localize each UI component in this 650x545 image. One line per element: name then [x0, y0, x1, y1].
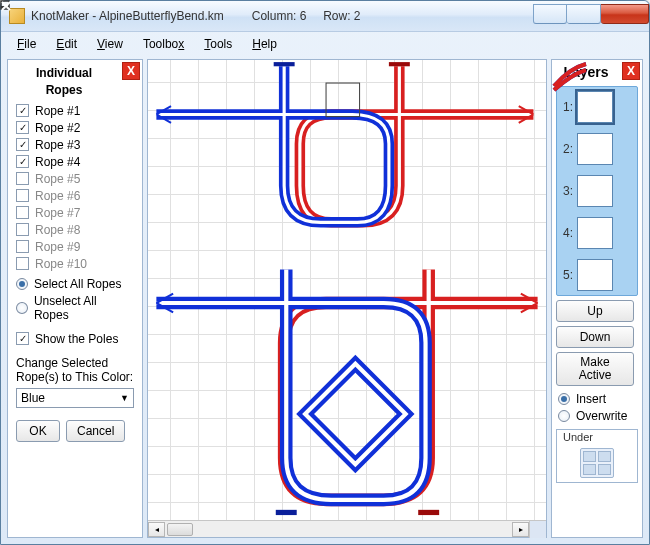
rope-color-value: Blue: [21, 391, 45, 405]
rope-label: Rope #8: [35, 223, 80, 237]
ropes-panel-title: IndividualRopes: [8, 60, 120, 100]
client-area: IndividualRopes X Rope #1Rope #2Rope #3R…: [1, 55, 649, 544]
checkbox-icon: [16, 172, 29, 185]
layers-panel-close-button[interactable]: X: [622, 62, 640, 80]
menu-help-label: elp: [261, 37, 277, 51]
checkbox-icon: [16, 121, 29, 134]
checkbox-icon: [16, 189, 29, 202]
individual-ropes-panel: IndividualRopes X Rope #1Rope #2Rope #3R…: [7, 59, 143, 538]
rope-label: Rope #7: [35, 206, 80, 220]
under-quad-selector[interactable]: [580, 448, 614, 478]
menu-edit[interactable]: Edit: [48, 35, 85, 53]
change-color-label: Change SelectedRope(s) to This Color:: [16, 356, 134, 385]
layers-panel: Layers X 1:2:3:4:5: Up Down MakeActive I…: [551, 59, 643, 538]
layer-thumbnail[interactable]: [577, 217, 613, 249]
menu-view[interactable]: View: [89, 35, 131, 53]
drawing-canvas-panel: ◂ ▸: [147, 59, 547, 538]
layer-index-label: 4:: [561, 226, 573, 240]
checkbox-icon: [16, 155, 29, 168]
rope-checkbox[interactable]: Rope #2: [16, 121, 134, 135]
under-quad-br[interactable]: [598, 464, 611, 475]
minimize-button[interactable]: [533, 4, 567, 24]
rope-label: Rope #5: [35, 172, 80, 186]
rope-checkbox[interactable]: Rope #7: [16, 206, 134, 220]
insert-mode-radio-group: Insert Overwrite: [552, 386, 642, 423]
under-quad-tr[interactable]: [598, 451, 611, 462]
radio-dot-icon: [16, 278, 28, 290]
checkbox-icon: [16, 240, 29, 253]
unselect-all-label: Unselect All Ropes: [34, 294, 134, 322]
scroll-corner: [529, 521, 546, 538]
scroll-left-button[interactable]: ◂: [148, 522, 165, 537]
menu-tools-label: ools: [210, 37, 232, 51]
radio-dot-icon: [16, 302, 28, 314]
radio-dot-icon: [558, 393, 570, 405]
overwrite-radio[interactable]: Overwrite: [558, 409, 636, 423]
ropes-panel-close-button[interactable]: X: [122, 62, 140, 80]
checkbox-icon: [16, 138, 29, 151]
insert-radio[interactable]: Insert: [558, 392, 636, 406]
rope-label: Rope #10: [35, 257, 87, 271]
layer-thumbnail-list: 1:2:3:4:5:: [556, 86, 638, 296]
under-quad-tl[interactable]: [583, 451, 596, 462]
checkbox-icon: [16, 104, 29, 117]
knot-drawing: [148, 60, 546, 520]
menubar: File Edit View Toolbox Tools Help: [1, 31, 649, 55]
layer-row[interactable]: 2:: [561, 133, 633, 165]
layer-thumbnail[interactable]: [577, 133, 613, 165]
layer-thumbnail[interactable]: [577, 91, 613, 123]
scroll-right-button[interactable]: ▸: [512, 522, 529, 537]
rope-label: Rope #2: [35, 121, 80, 135]
rope-checkbox[interactable]: Rope #5: [16, 172, 134, 186]
drawing-canvas[interactable]: [148, 60, 546, 520]
layer-move-up-button[interactable]: Up: [556, 300, 634, 322]
overwrite-label: Overwrite: [576, 409, 627, 423]
menu-file[interactable]: File: [9, 35, 44, 53]
rope-color-dropdown[interactable]: Blue ▼: [16, 388, 134, 408]
layer-index-label: 2:: [561, 142, 573, 156]
layer-make-active-button[interactable]: MakeActive: [556, 352, 634, 386]
rope-checkbox[interactable]: Rope #6: [16, 189, 134, 203]
rope-checkbox[interactable]: Rope #10: [16, 257, 134, 271]
rope-checkbox[interactable]: Rope #3: [16, 138, 134, 152]
layer-index-label: 1:: [561, 100, 573, 114]
scroll-thumb[interactable]: [167, 523, 193, 536]
layer-row[interactable]: 1:: [561, 91, 633, 123]
unselect-all-ropes-radio[interactable]: Unselect All Ropes: [16, 294, 134, 322]
layer-row[interactable]: 5:: [561, 259, 633, 291]
window-close-button[interactable]: [601, 4, 649, 24]
menu-file-label: ile: [24, 37, 36, 51]
menu-help[interactable]: Help: [244, 35, 285, 53]
rope-checkbox[interactable]: Rope #4: [16, 155, 134, 169]
under-quad-bl[interactable]: [583, 464, 596, 475]
rope-checkbox[interactable]: Rope #9: [16, 240, 134, 254]
layer-thumbnail[interactable]: [577, 175, 613, 207]
select-all-ropes-radio[interactable]: Select All Ropes: [16, 277, 134, 291]
checkbox-icon: [16, 206, 29, 219]
rope-label: Rope #3: [35, 138, 80, 152]
menu-view-label: iew: [105, 37, 123, 51]
layer-thumbnail[interactable]: [577, 259, 613, 291]
rope-checkbox[interactable]: Rope #8: [16, 223, 134, 237]
ok-button[interactable]: OK: [16, 420, 60, 442]
layer-move-down-button[interactable]: Down: [556, 326, 634, 348]
horizontal-scrollbar[interactable]: ◂ ▸: [148, 520, 546, 537]
layer-row[interactable]: 4:: [561, 217, 633, 249]
menu-tools[interactable]: Tools: [196, 35, 240, 53]
cancel-button[interactable]: Cancel: [66, 420, 125, 442]
layer-index-label: 3:: [561, 184, 573, 198]
rope-checkbox[interactable]: Rope #1: [16, 104, 134, 118]
window-buttons: [533, 5, 649, 27]
maximize-button[interactable]: [567, 4, 601, 24]
rope-checkbox-list: Rope #1Rope #2Rope #3Rope #4Rope #5Rope …: [8, 100, 142, 271]
under-group-label: Under: [561, 431, 595, 443]
checkbox-icon: [16, 257, 29, 270]
show-poles-checkbox[interactable]: Show the Poles: [16, 332, 134, 346]
checkbox-icon: [16, 332, 29, 345]
menu-edit-label: dit: [64, 37, 77, 51]
menu-toolbox[interactable]: Toolbox: [135, 35, 192, 53]
titlebar[interactable]: KnotMaker - AlpineButterflyBend.km Colum…: [1, 1, 649, 31]
layer-row[interactable]: 3:: [561, 175, 633, 207]
rope-label: Rope #9: [35, 240, 80, 254]
checkbox-icon: [16, 223, 29, 236]
